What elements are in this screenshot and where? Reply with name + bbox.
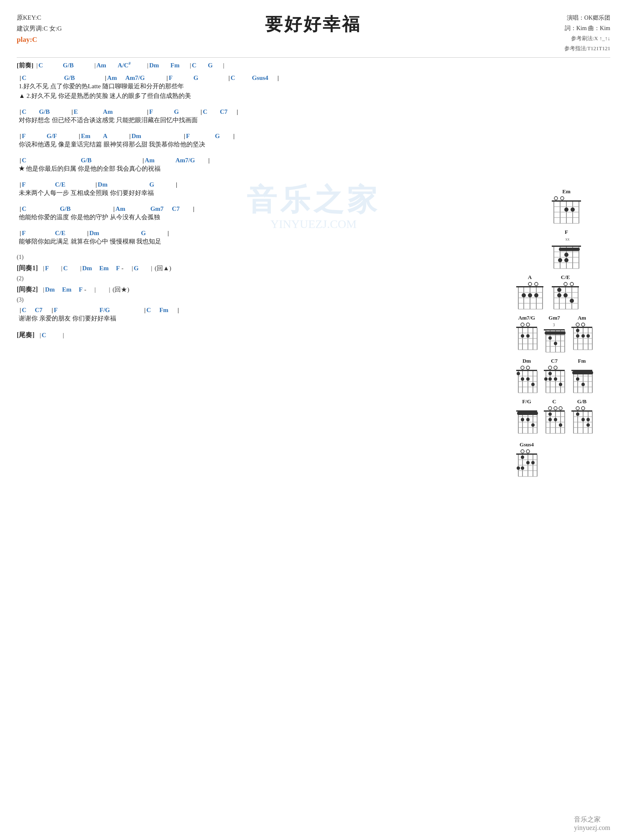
am7g-svg — [514, 323, 539, 352]
svg-point-27 — [564, 258, 568, 262]
svg-point-134 — [559, 383, 562, 386]
svg-rect-104 — [516, 370, 537, 371]
chord-diagrams-panel: Em — [514, 188, 619, 482]
svg-rect-158 — [517, 412, 538, 415]
svg-point-101 — [586, 334, 590, 338]
svg-point-25 — [564, 253, 568, 257]
chord-diagram-row-a-ce: A — [514, 274, 619, 315]
svg-rect-2 — [552, 200, 581, 202]
f-svg — [550, 241, 583, 271]
svg-point-29 — [535, 282, 538, 286]
verse1-block2: | C G/B | E Am | F G | C C7 | — [17, 108, 497, 124]
svg-point-71 — [521, 334, 524, 338]
dm-svg — [514, 366, 539, 395]
svg-point-84 — [548, 336, 552, 340]
prelude-section: [前奏] |C G/B |Am A/C# |Dm Fm |C G | — [17, 61, 497, 69]
svg-point-85 — [554, 342, 557, 345]
play-key: play:C — [17, 34, 62, 46]
verse1-lyrics1: 1.好久不见 点了你爱的热Latte 随口聊聊最近和分开的那些年 — [17, 82, 497, 90]
svg-rect-145 — [572, 371, 593, 374]
svg-point-117 — [531, 383, 535, 386]
verse1-block1: | C G/B | Am Am7/G | F G | C Gsus4 — [17, 74, 497, 100]
svg-rect-24 — [559, 248, 580, 251]
chorus-lyrics2: 未来两个人每一步 互相成全照顾 你们要好好幸福 — [17, 189, 497, 197]
svg-point-131 — [544, 377, 548, 381]
page: 音乐之家 YINYUEZJ.COM 原KEY:C 建议男调:C 女:G play… — [0, 0, 627, 840]
svg-point-72 — [526, 334, 530, 338]
svg-point-191 — [576, 412, 579, 416]
interlude1-tag: [间奏1] — [17, 264, 38, 273]
chord-diagram-row-dm-c7-fm: Dm — [514, 358, 619, 398]
svg-point-160 — [526, 418, 530, 421]
header: 原KEY:C 建议男调:C 女:G play:C 要好好幸福 演唱：OK郷乐团 … — [17, 13, 610, 53]
c-svg — [542, 406, 567, 435]
outro-chords: |C | — [39, 332, 65, 339]
svg-point-193 — [586, 418, 590, 421]
svg-point-43 — [564, 282, 567, 286]
fingering-pattern: 参考指法:T121T121 — [564, 44, 611, 53]
svg-point-211 — [521, 466, 524, 470]
svg-point-159 — [521, 418, 524, 421]
svg-point-0 — [554, 197, 558, 200]
svg-point-164 — [559, 407, 562, 410]
svg-point-146 — [576, 377, 579, 381]
svg-point-41 — [528, 293, 532, 297]
chord-diagram-f: F xx — [514, 229, 619, 271]
svg-point-26 — [558, 258, 562, 262]
svg-rect-73 — [544, 329, 565, 330]
prelude-tag: [前奏] — [17, 61, 33, 69]
star-marker: ★ — [19, 165, 24, 172]
chord-diagram-dm: Dm — [514, 358, 539, 395]
chorus-block2: | F C/E | Dm G | 未来两个人每一步 互相成全照顾 你们要好好幸福 — [17, 181, 497, 197]
chord-diagram-row-am7g-gm7-am: Am7/G — [514, 315, 619, 358]
interlude2-line: [间奏2] |Dm Em F - | | (回★) — [17, 285, 497, 294]
svg-point-192 — [581, 418, 585, 421]
svg-point-161 — [531, 423, 535, 427]
svg-point-195 — [521, 450, 524, 453]
lyricist-composer: 詞：Kim 曲：Kim — [564, 23, 611, 33]
interlude3-note: (3) — [17, 297, 497, 303]
svg-point-163 — [554, 407, 557, 410]
original-key: 原KEY:C — [17, 13, 62, 23]
verse2-block: | F G/F | Em A | Dm | F G | 你说和他遇见 — [17, 133, 497, 149]
svg-point-133 — [554, 377, 557, 381]
final-block: | C C7 | F F/G | C Fm | 谢谢你 亲爱的朋友 你们要好好幸… — [17, 307, 497, 323]
chorus-lyrics4: 能够陪你如此满足 就算在你心中 慢慢模糊 我也知足 — [17, 238, 497, 246]
chord-diagram-a: A — [514, 274, 545, 311]
interlude1-chords: |F |C |Dm Em F - |G | (回▲) — [42, 264, 171, 272]
chorus-lyrics1-text: 他是你最后的归属 你是他的全部 我会真心的祝福 — [26, 165, 161, 172]
chord-diagram-gb: G/B — [569, 398, 594, 435]
verse1-lyrics2-text: 2.好久不见 你还是熟悉的笑脸 迷人的眼多了些自信成熟的美 — [27, 92, 191, 99]
chorus-chord-row2: | F C/E | Dm G | — [17, 181, 497, 188]
svg-point-28 — [528, 282, 532, 286]
svg-rect-88 — [571, 327, 592, 328]
svg-point-175 — [548, 412, 552, 416]
bottom-watermark: 音乐之家 yinyuezj.com — [574, 815, 610, 832]
svg-point-58 — [570, 299, 574, 303]
verse1-lyrics2: ▲ 2.好久不见 你还是熟悉的笑脸 迷人的眼多了些自信成熟的美 — [17, 92, 497, 100]
svg-point-209 — [526, 461, 530, 464]
svg-point-119 — [554, 366, 557, 369]
svg-rect-165 — [544, 410, 565, 412]
performer: 演唱：OK郷乐团 — [564, 13, 611, 23]
svg-rect-197 — [516, 453, 537, 455]
svg-rect-45 — [552, 286, 579, 287]
outro-line: [尾奏] |C | — [17, 331, 497, 340]
svg-point-13 — [571, 207, 575, 212]
verse1-chord-row2: | C G/B | E Am | F G | C C7 | — [17, 108, 497, 115]
interlude2-note: (2) — [17, 275, 497, 282]
fm-svg — [569, 366, 594, 395]
chord-diagram-c7: C7 — [542, 358, 567, 395]
svg-rect-135 — [571, 370, 592, 371]
svg-rect-120 — [544, 370, 565, 371]
svg-point-12 — [564, 207, 568, 212]
watermark-url-bottom: yinyuezj.com — [574, 824, 610, 831]
svg-point-196 — [526, 450, 530, 453]
interlude2-chords: |Dm Em F - | | (回★) — [42, 286, 130, 294]
chord-diagram-em: Em — [514, 188, 619, 225]
chorus-block4: | F C/E | Dm G | 能够陪你如此满足 就算在你心中 慢慢模糊 我也… — [17, 230, 497, 246]
chord-diagram-gsus4: Gsus4 — [514, 441, 539, 479]
svg-point-100 — [581, 334, 585, 338]
svg-point-115 — [521, 377, 524, 381]
interlude1-line: [间奏1] |F |C |Dm Em F - |G | (回▲) — [17, 264, 497, 273]
